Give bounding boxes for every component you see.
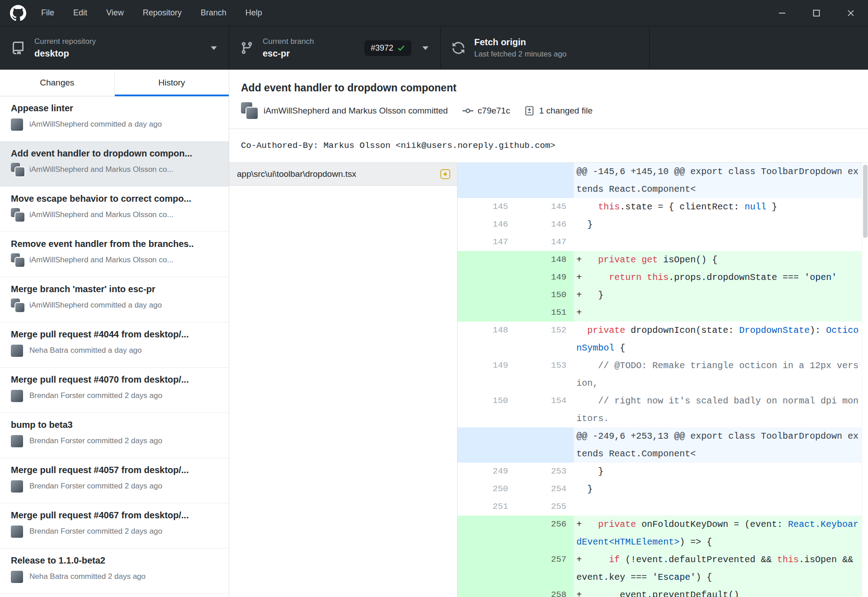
commit-title: Merge pull request #4057 from desktop/..… [11, 465, 221, 475]
pr-number: #3972 [371, 43, 393, 53]
sync-icon [452, 41, 465, 55]
commit-list-item[interactable]: Add event handler to dropdown compon... … [0, 142, 229, 187]
commit-list-item[interactable]: Remove event handler from the branches..… [0, 232, 229, 277]
commit-meta: iAmWillShepherd and Markus Olsson co... [29, 165, 173, 174]
commit-list-item[interactable]: Appease linter iAmWillShepherd committed… [0, 96, 229, 142]
fetch-subtitle: Last fetched 2 minutes ago [474, 50, 566, 59]
avatar [11, 298, 24, 312]
commit-list-item[interactable]: Merge pull request #4067 from desktop/..… [0, 503, 229, 549]
maximize-button[interactable] [799, 0, 834, 26]
avatar [241, 102, 258, 119]
tab-changes[interactable]: Changes [0, 70, 114, 96]
menu-view[interactable]: View [97, 0, 133, 26]
commit-title: Release to 1.1.0-beta2 [11, 555, 221, 566]
commit-list-item[interactable]: Move escape behavior to correct compo...… [0, 187, 229, 232]
maximize-icon [812, 9, 821, 18]
git-commit-icon [462, 105, 473, 116]
window-controls [765, 0, 868, 26]
commit-message-body: Co-Authored-By: Markus Olsson <niik@user… [229, 128, 868, 163]
menu-branch[interactable]: Branch [191, 0, 236, 26]
commit-meta: Neha Batra committed 2 days ago [29, 572, 146, 581]
menu-file[interactable]: File [32, 0, 64, 26]
repository-name: desktop [34, 48, 96, 59]
chevron-down-icon [211, 44, 217, 52]
file-path: app\src\ui\toolbar\dropdown.tsx [237, 169, 440, 179]
diff-line: 256+ private onFoldoutKeyDown = (event: … [458, 516, 862, 551]
commit-list-item[interactable]: Merge pull request #4057 from desktop/..… [0, 458, 229, 503]
diff-line: 149153 // @TODO: Remake triangle octicon… [458, 357, 862, 392]
commit-meta: Neha Batra committed a day ago [29, 346, 142, 355]
commit-meta-row: iAmWillShepherd committed a day ago [11, 118, 221, 131]
commit-meta-row: iAmWillShepherd and Markus Olsson co... [11, 163, 221, 176]
commit-meta-row: Brendan Forster committed 2 days ago [11, 434, 221, 448]
repository-selector[interactable]: Current repository desktop [0, 26, 229, 70]
avatar [11, 253, 24, 267]
commit-meta-row: Neha Batra committed a day ago [11, 344, 221, 357]
branch-selector[interactable]: Current branch esc-pr #3972 [229, 26, 441, 70]
file-list-item[interactable]: app\src\ui\toolbar\dropdown.tsx [229, 163, 457, 186]
commit-list-item[interactable]: Merge pull request #4044 from desktop/..… [0, 322, 229, 368]
commit-meta-row: Neha Batra committed 2 days ago [11, 570, 221, 583]
avatar [11, 208, 24, 222]
avatar [11, 525, 24, 538]
diff-line: 251255 [458, 498, 862, 516]
commit-title: Remove event handler from the branches.. [11, 239, 221, 249]
commit-title: Merge pull request #4044 from desktop/..… [11, 329, 221, 340]
scrollbar[interactable] [862, 163, 868, 597]
menu-help[interactable]: Help [236, 0, 272, 26]
minimize-icon [778, 9, 787, 18]
diff-line: 149+ return this.props.dropdownState ===… [458, 269, 862, 286]
diff-line: 249253 } [458, 463, 862, 480]
fetch-title: Fetch origin [474, 37, 566, 47]
commit-meta-row: Brendan Forster committed 2 days ago [11, 389, 221, 403]
fetch-origin-button[interactable]: Fetch origin Last fetched 2 minutes ago [441, 26, 650, 70]
commit-list-item[interactable]: Merge branch 'master' into esc-pr iAmWil… [0, 277, 229, 322]
commit-byline: iAmWillShepherd and Markus Olsson commit… [264, 106, 448, 116]
commit-header: Add event handler to dropdown component … [229, 70, 868, 128]
modified-file-icon [440, 169, 450, 179]
commit-list-item[interactable]: Release to 1.1.0-beta2 Neha Batra commit… [0, 549, 229, 594]
tab-history[interactable]: History [114, 70, 229, 96]
commit-meta: Brendan Forster committed 2 days ago [29, 482, 162, 491]
close-button[interactable] [834, 0, 868, 26]
toolbar: Current repository desktop Current branc… [0, 26, 868, 70]
sidebar: ChangesHistory Appease linter iAmWillShe… [0, 70, 229, 597]
chevron-down-icon [422, 44, 429, 52]
menu-edit[interactable]: Edit [64, 0, 97, 26]
avatar [11, 389, 24, 403]
commit-meta: iAmWillShepherd and Markus Olsson co... [29, 210, 173, 219]
close-icon [846, 9, 855, 18]
diff-line: 148+ private get isOpen() { [458, 251, 862, 269]
repo-icon [11, 41, 25, 55]
diff-line: 250254 } [458, 480, 862, 498]
commit-meta: Brendan Forster committed 2 days ago [29, 391, 162, 400]
commit-meta-row: iAmWillShepherd and Markus Olsson co... [11, 253, 221, 267]
diff-line: 147147 [458, 233, 862, 251]
diff-line: 150+ } [458, 286, 862, 304]
avatar [11, 118, 24, 131]
branch-label: Current branch [263, 37, 314, 46]
diff-line: 258+ event.preventDefault() [458, 586, 862, 597]
pr-badge[interactable]: #3972 [364, 40, 411, 56]
commit-meta: iAmWillShepherd committed a day ago [29, 120, 162, 129]
commit-list-item[interactable]: Merge pull request #4070 from desktop/..… [0, 368, 229, 413]
commit-meta-row: Brendan Forster committed 2 days ago [11, 525, 221, 538]
commit-title: Merge branch 'master' into esc-pr [11, 284, 221, 294]
commit-meta-row: iAmWillShepherd and Markus Olsson co... [11, 208, 221, 222]
avatar [11, 434, 24, 448]
minimize-button[interactable] [765, 0, 799, 26]
commit-sha: c79e71c [478, 106, 510, 116]
commit-title: Merge pull request #4067 from desktop/..… [11, 510, 221, 521]
commit-title: bump to beta3 [11, 420, 221, 430]
git-branch-icon [240, 40, 254, 56]
avatar [11, 570, 24, 583]
avatar [11, 344, 24, 357]
menu-bar: FileEditViewRepositoryBranchHelp [32, 0, 272, 26]
commit-title: Add event handler to dropdown compon... [11, 148, 221, 159]
commit-list-item[interactable]: bump to beta3 Brendan Forster committed … [0, 413, 229, 458]
commit-meta-row: Brendan Forster committed 2 days ago [11, 479, 221, 493]
menu-repository[interactable]: Repository [133, 0, 191, 26]
file-diff-icon [524, 106, 534, 116]
avatar [11, 479, 24, 493]
scrollbar-thumb[interactable] [863, 165, 868, 238]
